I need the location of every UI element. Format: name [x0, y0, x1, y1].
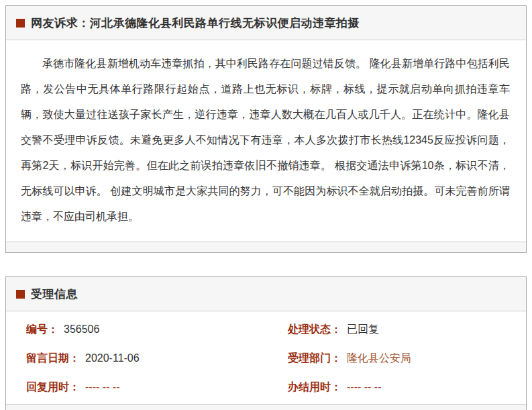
field-department-link[interactable]: 隆化县公安局 [347, 352, 411, 364]
field-status: 处理状态：已回复 [288, 323, 526, 337]
field-status-label: 处理状态： [288, 323, 341, 335]
complaint-text: 承德市隆化县新增机动车违章抓拍，其中利民路存在问题过错反馈。 隆化县新增单行路中… [21, 51, 510, 229]
field-completion-time: 办结用时：---- -- -- [288, 380, 526, 395]
acceptance-footer-bar [6, 404, 526, 410]
complaint-section: 网友诉求：河北承德隆化县利民路单行线无标识便启动违章拍摄 承德市隆化县新增机动车… [5, 5, 527, 253]
field-department-label: 受理部门： [288, 352, 341, 364]
field-message-date-value: 2020-11-06 [85, 352, 140, 364]
field-number: 编号：356506 [26, 323, 288, 337]
complaint-footer-bar [6, 242, 526, 252]
field-message-date: 留言日期：2020-11-06 [26, 352, 288, 366]
field-completion-time-label: 办结用时： [288, 381, 341, 393]
acceptance-header: 受理信息 [6, 277, 526, 311]
acceptance-info-grid: 编号：356506 处理状态：已回复 留言日期：2020-11-06 受理部门：… [6, 311, 526, 404]
field-department: 受理部门：隆化县公安局 [288, 352, 526, 366]
field-reply-time-value: ---- -- -- [85, 381, 120, 393]
field-reply-time-label: 回复用时： [26, 381, 80, 393]
field-status-value: 已回复 [347, 323, 379, 335]
square-bullet-icon [16, 290, 25, 299]
field-message-date-label: 留言日期： [26, 352, 80, 364]
complaint-title: 网友诉求：河北承德隆化县利民路单行线无标识便启动违章拍摄 [31, 15, 360, 31]
complaint-body: 承德市隆化县新增机动车违章抓拍，其中利民路存在问题过错反馈。 隆化县新增单行路中… [6, 40, 526, 242]
field-reply-time: 回复用时：---- -- -- [26, 380, 288, 395]
acceptance-title: 受理信息 [31, 287, 78, 302]
acceptance-section: 受理信息 编号：356506 处理状态：已回复 留言日期：2020-11-06 … [5, 276, 527, 410]
square-bullet-icon [16, 19, 25, 28]
field-completion-time-value: ---- -- -- [347, 381, 382, 393]
field-number-label: 编号： [26, 323, 58, 335]
field-number-value: 356506 [64, 323, 99, 335]
complaint-header: 网友诉求：河北承德隆化县利民路单行线无标识便启动违章拍摄 [6, 6, 526, 40]
